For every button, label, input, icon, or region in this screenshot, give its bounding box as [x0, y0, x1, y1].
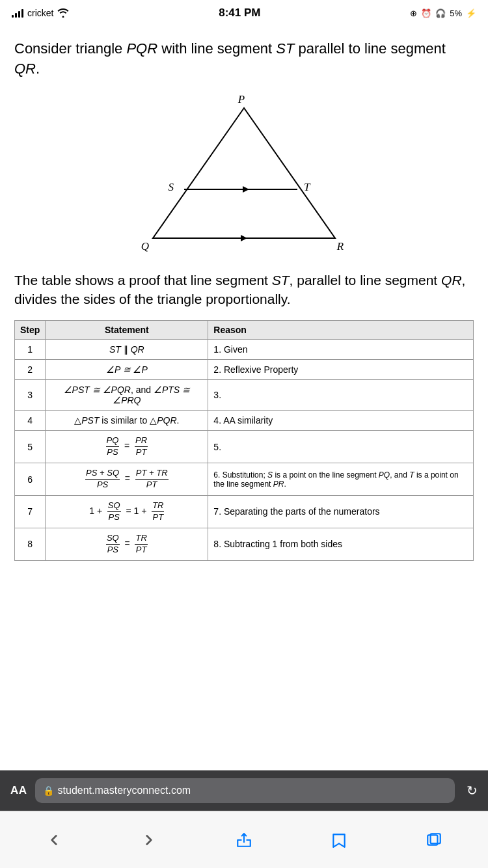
bookmark-button[interactable]	[319, 826, 359, 854]
frac-tr-pt-8: TR PT	[135, 533, 147, 556]
proof-st: ST	[272, 273, 290, 288]
lock-icon: 🔒	[43, 785, 54, 796]
reason-6: 6. Substitution; S is a point on the lin…	[208, 463, 474, 496]
location-icon: ⊕	[410, 8, 417, 18]
share-icon	[236, 832, 252, 848]
frac-sq-ps-8: SQ PS	[106, 533, 120, 556]
intro-qr: QR	[14, 61, 36, 77]
table-row: 1 ST ∥ QR 1. Given	[15, 340, 474, 360]
table-row: 6 PS + SQ PS = PT + TR PT 6. Substitutio…	[15, 463, 474, 496]
status-bar: cricket 8:41 PM ⊕ ⏰ 🎧 5% ⚡	[0, 0, 488, 26]
stmt-1: ST ∥ QR	[46, 340, 208, 360]
col-step: Step	[15, 321, 46, 340]
frac-pr-pt: PR PT	[135, 435, 148, 458]
step-4: 4	[15, 411, 46, 431]
reload-icon[interactable]: ↻	[467, 783, 478, 798]
intro-paragraph: Consider triangle PQR with line segment …	[14, 39, 474, 79]
svg-text:P: P	[237, 93, 245, 105]
step-8: 8	[15, 528, 46, 560]
intro-st: ST	[276, 40, 294, 57]
reason-4: 4. AA similarity	[208, 411, 474, 431]
svg-marker-0	[153, 108, 335, 238]
signal-bars	[12, 8, 23, 18]
carrier-name: cricket	[27, 8, 53, 18]
stmt-4: △PST is similar to △PQR.	[46, 411, 208, 431]
share-button[interactable]	[224, 826, 264, 854]
svg-text:S: S	[169, 181, 174, 193]
stmt-3: ∠PST ≅ ∠PQR, and ∠PTS ≅ ∠PRQ	[46, 380, 208, 411]
col-reason: Reason	[208, 321, 474, 340]
bookmark-icon	[331, 832, 347, 848]
url-text: student.masteryconnect.com	[58, 785, 191, 796]
stmt-2: ∠P ≅ ∠P	[46, 360, 208, 380]
tabs-button[interactable]	[414, 826, 454, 854]
proof-paragraph: The table shows a proof that line segmen…	[14, 271, 474, 309]
step-7: 7	[15, 495, 46, 528]
tabs-icon	[426, 832, 442, 848]
headphone-icon: 🎧	[435, 8, 446, 18]
status-right: ⊕ ⏰ 🎧 5% ⚡	[410, 8, 476, 18]
stmt-5: PQ PS = PR PT	[46, 431, 208, 463]
intro-pqr: PQR	[126, 40, 157, 57]
step-1: 1	[15, 340, 46, 360]
proof-table: Step Statement Reason 1 ST ∥ QR 1. Given…	[14, 320, 474, 560]
aa-label[interactable]: AA	[10, 784, 27, 797]
svg-marker-2	[243, 186, 249, 193]
step-2: 2	[15, 360, 46, 380]
table-row: 4 △PST is similar to △PQR. 4. AA similar…	[15, 411, 474, 431]
frac-pq-ps: PQ PS	[106, 435, 120, 458]
svg-marker-3	[241, 235, 247, 241]
forward-button[interactable]	[129, 826, 169, 854]
main-content: Consider triangle PQR with line segment …	[0, 26, 488, 770]
reason-7: 7. Separating the parts of the numerator…	[208, 495, 474, 528]
frac-pttr-pt: PT + TR PT	[135, 468, 169, 491]
step-6: 6	[15, 463, 46, 496]
table-row: 5 PQ PS = PR PT 5.	[15, 431, 474, 463]
forward-icon	[141, 832, 157, 848]
triangle-svg: P S T Q R	[133, 88, 355, 258]
col-statement: Statement	[46, 321, 208, 340]
svg-text:T: T	[304, 181, 311, 193]
status-left: cricket	[12, 8, 69, 18]
table-row: 2 ∠P ≅ ∠P 2. Reflexive Property	[15, 360, 474, 380]
table-row: 8 SQ PS = TR PT 8. Subtracting 1 from bo…	[15, 528, 474, 560]
back-button[interactable]	[34, 826, 74, 854]
frac-sq-ps: SQ PS	[107, 500, 121, 523]
wifi-icon	[57, 8, 69, 18]
battery-icon: ⚡	[466, 8, 476, 18]
table-row: 3 ∠PST ≅ ∠PQR, and ∠PTS ≅ ∠PRQ 3.	[15, 380, 474, 411]
reason-5: 5.	[208, 431, 474, 463]
status-time: 8:41 PM	[219, 7, 260, 20]
reason-8: 8. Subtracting 1 from both sides	[208, 528, 474, 560]
battery-percent: 5%	[450, 8, 462, 18]
table-header-row: Step Statement Reason	[15, 321, 474, 340]
stmt-7: 1 + SQ PS = 1 + TR PT	[46, 495, 208, 528]
step-3: 3	[15, 380, 46, 411]
bottom-nav	[0, 811, 488, 868]
url-bar[interactable]: 🔒 student.masteryconnect.com	[35, 778, 455, 803]
svg-text:Q: Q	[141, 240, 149, 252]
alarm-icon: ⏰	[421, 8, 431, 18]
frac-tr-pt: TR PT	[152, 500, 164, 523]
reason-1: 1. Given	[208, 340, 474, 360]
table-row: 7 1 + SQ PS = 1 + TR PT 7. Separating th…	[15, 495, 474, 528]
svg-text:R: R	[336, 240, 344, 252]
step-5: 5	[15, 431, 46, 463]
stmt-8: SQ PS = TR PT	[46, 528, 208, 560]
reason-2: 2. Reflexive Property	[208, 360, 474, 380]
proof-qr: QR	[441, 273, 462, 288]
frac-pssq-ps: PS + SQ PS	[85, 468, 120, 491]
reason-3: 3.	[208, 380, 474, 411]
triangle-diagram: P S T Q R	[14, 88, 474, 258]
stmt-6: PS + SQ PS = PT + TR PT	[46, 463, 208, 496]
back-icon	[46, 832, 62, 848]
browser-bar: AA 🔒 student.masteryconnect.com ↻	[0, 770, 488, 811]
